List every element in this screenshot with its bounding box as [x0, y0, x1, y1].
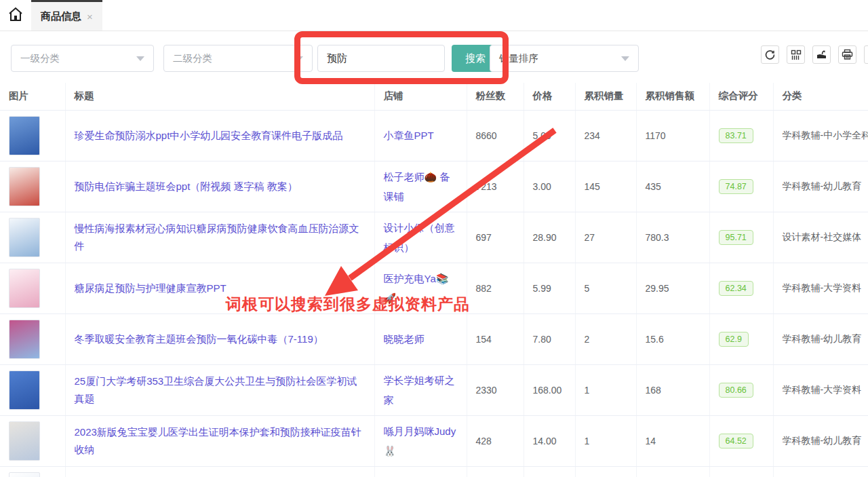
- price-value: 5.99: [524, 263, 575, 313]
- product-thumbnail[interactable]: [9, 320, 40, 359]
- column-header: 店铺: [374, 83, 467, 110]
- table-row: 预防电信诈骗主题班会ppt（附视频 逐字稿 教案） 松子老师🌰 备课铺 7213…: [0, 161, 868, 212]
- sales-amount: 780.3: [636, 212, 709, 263]
- product-title-link[interactable]: 25厦门大学考研353卫生综合厦大公共卫生与预防社会医学初试真题: [75, 375, 357, 404]
- shop-link[interactable]: 松子老师🌰 备课铺: [384, 171, 450, 202]
- tab-close-icon[interactable]: ×: [87, 12, 93, 22]
- shop-link[interactable]: 小章鱼PPT: [384, 130, 434, 141]
- home-icon: [7, 6, 24, 25]
- fans-count: 697: [467, 212, 524, 263]
- product-title-link[interactable]: 慢性病海报素材冠心病知识糖尿病预防健康饮食高血压防治源文件: [75, 223, 359, 252]
- shop-link[interactable]: 医护充电Ya📚 🚀: [384, 273, 449, 304]
- sales-amount: 0: [636, 466, 709, 477]
- product-title-link[interactable]: 珍爱生命预防溺水ppt中小学幼儿园安全教育课件电子版成品: [75, 130, 343, 141]
- fans-count: 428: [467, 415, 524, 466]
- sales-count: 5: [575, 263, 636, 313]
- product-title-link[interactable]: 冬季取暖安全教育主题班会预防一氧化碳中毒（7-119）: [75, 333, 323, 345]
- sales-count: 27: [575, 212, 636, 263]
- sales-amount: 14: [636, 415, 709, 466]
- product-title-link[interactable]: 2023新版兔宝宝婴儿医学出生证明本保护套和预防接种证疫苗针收纳: [75, 426, 361, 455]
- product-thumbnail[interactable]: [9, 116, 40, 155]
- chevron-down-icon: [295, 56, 303, 61]
- price-value: 3.00: [524, 161, 575, 212]
- score-badge: 74.87: [719, 179, 753, 194]
- category-level2-select[interactable]: 二级分类: [163, 45, 313, 72]
- sales-amount: 435: [636, 161, 709, 212]
- toolbar-icon-group: [761, 45, 868, 64]
- product-thumbnail[interactable]: [9, 218, 40, 257]
- sales-amount: 15.6: [636, 313, 709, 364]
- table-row: 25厦门大学考研353卫生综合厦大公共卫生与预防社会医学初试真题 学长学姐考研之…: [0, 364, 868, 415]
- columns-icon: [791, 50, 802, 60]
- chevron-down-icon: [136, 56, 144, 61]
- more-button[interactable]: [864, 45, 868, 64]
- sales-amount: 29.95: [636, 263, 709, 313]
- column-header: 累积销量: [575, 83, 636, 110]
- export-button[interactable]: [812, 45, 831, 64]
- price-value: 168.00: [524, 364, 575, 415]
- price-value: 2.88: [524, 466, 575, 477]
- score-badge: 64.52: [719, 434, 753, 449]
- table-body: 珍爱生命预防溺水ppt中小学幼儿园安全教育课件电子版成品 小章鱼PPT 8660…: [0, 110, 868, 477]
- product-thumbnail[interactable]: [9, 167, 40, 206]
- search-field-wrap: [317, 45, 445, 72]
- price-value: 5.00: [524, 110, 575, 161]
- category-label: 学科教辅-幼儿教育: [773, 415, 868, 466]
- sales-count: 1: [575, 364, 636, 415]
- score-badge: 62.9: [719, 332, 749, 347]
- column-header: 累积销售额: [636, 83, 709, 110]
- filter-toolbar: 一级分类 二级分类 搜索 销量排序: [0, 31, 868, 83]
- app-window: 商品信息 × 一级分类 二级分类 搜索 销量排序: [0, 0, 868, 477]
- category-label: 学科教辅-大学资料: [773, 263, 868, 313]
- score-badge: 62.34: [719, 281, 753, 296]
- category-level2-placeholder: 二级分类: [173, 52, 212, 65]
- table-row: 慢性病海报素材冠心病知识糖尿病预防健康饮食高血压防治源文件 设计小保（创意 标识…: [0, 212, 868, 263]
- sort-select-value: 销量排序: [499, 52, 538, 65]
- sales-count: 0: [575, 466, 636, 477]
- sales-amount: 1170: [636, 110, 709, 161]
- fans-count: 7213: [467, 161, 524, 212]
- product-thumbnail[interactable]: [9, 269, 40, 308]
- fans-count: 882: [467, 263, 524, 313]
- price-value: 7.80: [524, 313, 575, 364]
- category-label: 设计素材-社交媒体: [773, 212, 868, 263]
- shop-link[interactable]: 喺月月妈咪Judy 🐰: [384, 425, 456, 457]
- column-header: 标题: [65, 83, 374, 110]
- shop-link[interactable]: 晓晓老师: [384, 333, 425, 345]
- sales-count: 234: [575, 110, 636, 161]
- fans-count: 2330: [467, 364, 524, 415]
- price-value: 14.00: [524, 415, 575, 466]
- columns-button[interactable]: [787, 45, 805, 64]
- print-button[interactable]: [838, 45, 856, 64]
- export-icon: [816, 49, 827, 60]
- product-thumbnail[interactable]: [9, 370, 40, 410]
- sales-count: 1: [575, 415, 636, 466]
- product-thumbnail[interactable]: [9, 421, 40, 461]
- product-thumbnail[interactable]: [9, 472, 40, 477]
- table-header-row: 图片标题店铺粉丝数价格累积销量累积销售额综合评分分类: [0, 83, 868, 110]
- category-label: 学科教辅-幼儿教育: [773, 313, 868, 364]
- fans-count: 154: [467, 313, 524, 364]
- search-input[interactable]: [318, 45, 444, 71]
- table-row: 2023新版兔宝宝婴儿医学出生证明本保护套和预防接种证疫苗针收纳 喺月月妈咪Ju…: [0, 415, 868, 466]
- table-row: 预防医学 大学期末考试复习笔记知识点总结题库电子版 华华资料库 2527 2.8…: [0, 466, 868, 477]
- fans-count: 8660: [467, 110, 524, 161]
- tab-label: 商品信息: [41, 10, 81, 23]
- tab-bar: 商品信息 ×: [0, 0, 868, 31]
- shop-link[interactable]: 设计小保（创意 标识）: [384, 222, 455, 253]
- product-title-link[interactable]: 预防电信诈骗主题班会ppt（附视频 逐字稿 教案）: [75, 180, 298, 192]
- sales-count: 2: [575, 313, 636, 364]
- tab-product-info[interactable]: 商品信息 ×: [31, 0, 102, 31]
- category-level1-select[interactable]: 一级分类: [11, 45, 154, 72]
- column-header: 分类: [773, 83, 868, 110]
- sort-select[interactable]: 销量排序: [490, 45, 639, 72]
- home-button[interactable]: [0, 0, 31, 31]
- category-label: 学科教辅-幼儿教育: [773, 161, 868, 212]
- score-badge: 80.66: [719, 383, 753, 398]
- refresh-button[interactable]: [761, 45, 779, 64]
- shop-link[interactable]: 学长学姐考研之家: [384, 375, 455, 406]
- column-header: 图片: [0, 83, 65, 110]
- fans-count: 2527: [467, 466, 524, 477]
- score-badge: 95.71: [719, 230, 753, 245]
- product-title-link[interactable]: 糖尿病足预防与护理健康宣教PPT: [75, 282, 226, 294]
